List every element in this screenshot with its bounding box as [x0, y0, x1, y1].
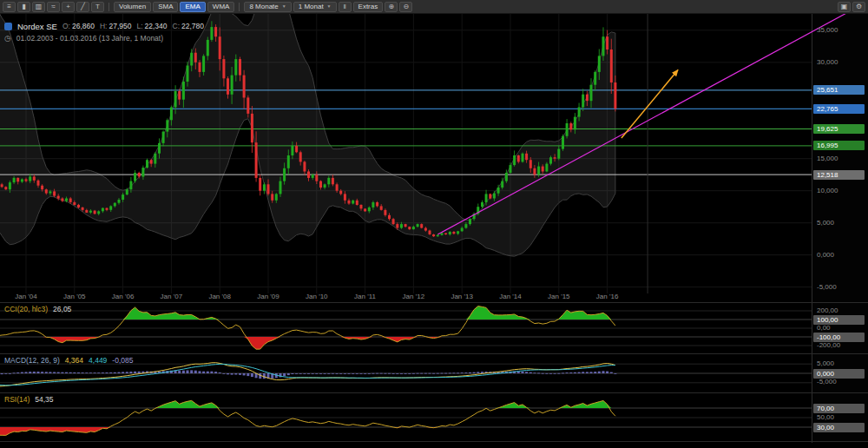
- panel-divider: [0, 353, 868, 354]
- axis-tick: 30,000: [817, 58, 865, 67]
- open-value: O:26,860: [62, 22, 95, 30]
- price-label-box: 0,000: [813, 369, 865, 379]
- x-axis-label: Jan '08: [202, 293, 237, 300]
- axis-tick: 50,00: [817, 413, 865, 422]
- rsi-canvas: [0, 393, 812, 441]
- symbol-name: Nordex SE: [17, 22, 57, 31]
- toolbar-button-volumen[interactable]: Volumen: [114, 2, 151, 12]
- pause-button[interactable]: ‖: [339, 2, 352, 12]
- chevron-down-icon: ▼: [327, 4, 332, 9]
- x-axis-label: Jan '10: [299, 293, 334, 300]
- toolbar-button-wma[interactable]: WMA: [207, 2, 235, 12]
- axis-tick: 35,000: [817, 26, 865, 35]
- main-price-chart[interactable]: Jan '04Jan '05Jan '06Jan '07Jan '08Jan '…: [0, 14, 812, 302]
- macd-label: MACD(12, 26, 9) 4,364 4,449 -0,085: [4, 356, 133, 365]
- price-label-box: 22,765: [813, 104, 865, 114]
- date-range: 01.02.2003 - 01.03.2016 (13 Jahre, 1 Mon…: [16, 34, 163, 43]
- price-label-box: 19,625: [813, 124, 865, 134]
- axis-tick: 15,000: [817, 155, 865, 163]
- price-label-box: -100,00: [813, 333, 865, 342]
- toolbar-separator: [108, 3, 109, 11]
- bollinger-band: [0, 14, 615, 256]
- toolbar-separator: [239, 3, 240, 11]
- settings-icon[interactable]: ⚙: [852, 2, 865, 12]
- macd-signal-line: [0, 364, 615, 385]
- range-dropdown-value: 8 Monate: [249, 3, 278, 10]
- panel-divider: [0, 441, 868, 442]
- price-label-box: 30,00: [813, 423, 865, 432]
- main-grid: [0, 14, 812, 293]
- high-value: H:27,950: [100, 22, 132, 30]
- price-label-box: 25,651: [813, 85, 865, 95]
- x-axis-label: Jan '05: [57, 293, 92, 300]
- snapshot-icon[interactable]: ▣: [838, 2, 851, 12]
- horizontal-price-lines[interactable]: [0, 90, 812, 175]
- axis-tick: 10,000: [817, 187, 865, 195]
- axis-tick: 0,00: [817, 324, 865, 333]
- axis-tick: 0,000: [817, 251, 865, 260]
- axis-tick: -5,000: [817, 283, 865, 292]
- interval-dropdown[interactable]: 1 Monat▼: [293, 2, 337, 12]
- toolbar: ≡▮▥≈+╱T VolumenSMAEMAWMA 8 Monate▼ 1 Mon…: [0, 0, 868, 14]
- symbol-info: Nordex SE O:26,860 H:27,950 L:22,340 C:2…: [4, 20, 204, 44]
- price-chart-canvas: [0, 14, 812, 302]
- window-icons: ▣⚙: [838, 2, 865, 12]
- axis-tick: 200,00: [817, 306, 865, 315]
- axis-tick: 5,000: [817, 359, 865, 368]
- x-axis-label: Jan '11: [348, 293, 383, 300]
- x-axis-label: Jan '13: [444, 293, 479, 300]
- panel-divider: [0, 392, 868, 393]
- bar-chart-icon[interactable]: ▥: [32, 2, 45, 12]
- x-axis-label: Jan '09: [251, 293, 286, 300]
- price-label-box: 100,00: [813, 315, 865, 325]
- crosshair-icon[interactable]: +: [62, 2, 75, 12]
- zoom-in-button[interactable]: ⊕: [385, 2, 398, 12]
- x-axis-label: Jan '16: [590, 293, 625, 300]
- instrument-icon: [4, 23, 12, 30]
- x-axis-label: Jan '12: [396, 293, 431, 300]
- close-value: C:22,780: [173, 22, 205, 30]
- cci-line: [0, 306, 615, 350]
- rsi-panel[interactable]: RSI(14) 54,35: [0, 393, 812, 441]
- toolbar-button-sma[interactable]: SMA: [153, 2, 178, 12]
- menu-icon[interactable]: ≡: [3, 2, 16, 12]
- panel-divider: [0, 302, 868, 303]
- toolbar-button-ema[interactable]: EMA: [180, 2, 205, 12]
- price-label-box: 12,518: [813, 170, 865, 180]
- chevron-down-icon: ▼: [282, 4, 286, 9]
- x-axis-label: Jan '14: [493, 293, 528, 300]
- cci-label: CCI(20, hlc3) 26,05: [4, 305, 71, 313]
- text-tool-icon[interactable]: T: [91, 2, 104, 12]
- trendline-tool-icon[interactable]: ╱: [76, 2, 89, 12]
- axis-tick: -5,000: [817, 378, 865, 386]
- cci-panel[interactable]: CCI(20, hlc3) 26,05: [0, 303, 812, 353]
- axis-tick: -200,00: [817, 341, 865, 350]
- price-label-box: 70,00: [813, 404, 865, 413]
- low-value: L:22,340: [136, 22, 167, 30]
- indicator-buttons: VolumenSMAEMAWMA: [114, 2, 234, 12]
- rsi-label: RSI(14) 54,35: [4, 395, 54, 404]
- line-chart-icon[interactable]: ≈: [47, 2, 60, 12]
- candlestick-chart-icon[interactable]: ▮: [17, 2, 30, 12]
- x-axis-label: Jan '06: [106, 293, 141, 300]
- x-axis-label: Jan '04: [9, 293, 43, 300]
- clock-icon: ◷: [4, 34, 11, 43]
- interval-dropdown-value: 1 Monat: [299, 3, 324, 10]
- range-dropdown[interactable]: 8 Monate▼: [244, 2, 291, 12]
- x-axis-label: Jan '15: [542, 293, 576, 300]
- zoom-out-button[interactable]: ⊖: [399, 2, 412, 12]
- price-label-box: 16,995: [813, 141, 865, 150]
- x-axis-label: Jan '07: [154, 293, 188, 300]
- cci-canvas: [0, 303, 812, 353]
- macd-panel[interactable]: MACD(12, 26, 9) 4,364 4,449 -0,085: [0, 354, 812, 392]
- chart-tool-icons: ≡▮▥≈+╱T: [3, 2, 104, 12]
- extras-button[interactable]: Extras: [353, 2, 384, 12]
- axis-tick: 5,000: [817, 219, 865, 227]
- trading-app: ≡▮▥≈+╱T VolumenSMAEMAWMA 8 Monate▼ 1 Mon…: [0, 0, 868, 448]
